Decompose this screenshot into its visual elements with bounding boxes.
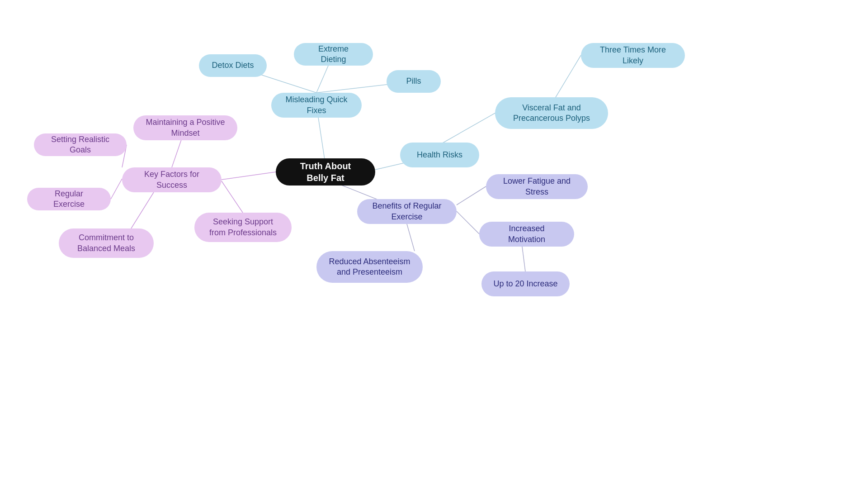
svg-line-5 — [439, 113, 495, 145]
pills-node: Pills — [387, 70, 441, 93]
svg-line-12 — [222, 181, 243, 213]
svg-line-16 — [522, 247, 525, 271]
maintaining-mindset-node: Maintaining a Positive Mindset — [133, 115, 237, 140]
regular-exercise-key-node: Regular Exercise — [27, 188, 111, 210]
visceral-fat-node: Visceral Fat and Precancerous Polyps — [495, 97, 608, 129]
extreme-dieting-node: Extreme Dieting — [294, 43, 373, 66]
commitment-meals-node: Commitment to Balanced Meals — [59, 228, 154, 258]
misleading-quick-fixes-node: Misleading Quick Fixes — [271, 93, 362, 118]
up-to-20-node: Up to 20 Increase — [481, 271, 570, 296]
benefits-exercise-node: Benefits of Regular Exercise — [357, 199, 457, 224]
svg-line-14 — [457, 186, 486, 205]
detox-diets-node: Detox Diets — [199, 54, 267, 77]
key-factors-node: Key Factors for Success — [122, 167, 222, 192]
health-risks-node: Health Risks — [400, 143, 479, 167]
setting-goals-node: Setting Realistic Goals — [34, 133, 127, 156]
svg-line-11 — [131, 192, 154, 228]
center-node: Truth About Belly Fat — [276, 158, 375, 186]
svg-line-6 — [552, 55, 581, 104]
reduced-absenteeism-node: Reduced Absenteeism and Presenteeism — [316, 251, 423, 283]
lower-fatigue-node: Lower Fatigue and Stress — [486, 174, 588, 199]
three-times-node: Three Times More Likely — [581, 43, 685, 68]
svg-line-7 — [222, 172, 276, 180]
seeking-support-node: Seeking Support from Professionals — [194, 213, 292, 242]
svg-line-15 — [457, 211, 479, 234]
svg-line-10 — [111, 179, 122, 199]
svg-line-17 — [407, 224, 415, 251]
increased-motivation-node: Increased Motivation — [479, 222, 574, 247]
